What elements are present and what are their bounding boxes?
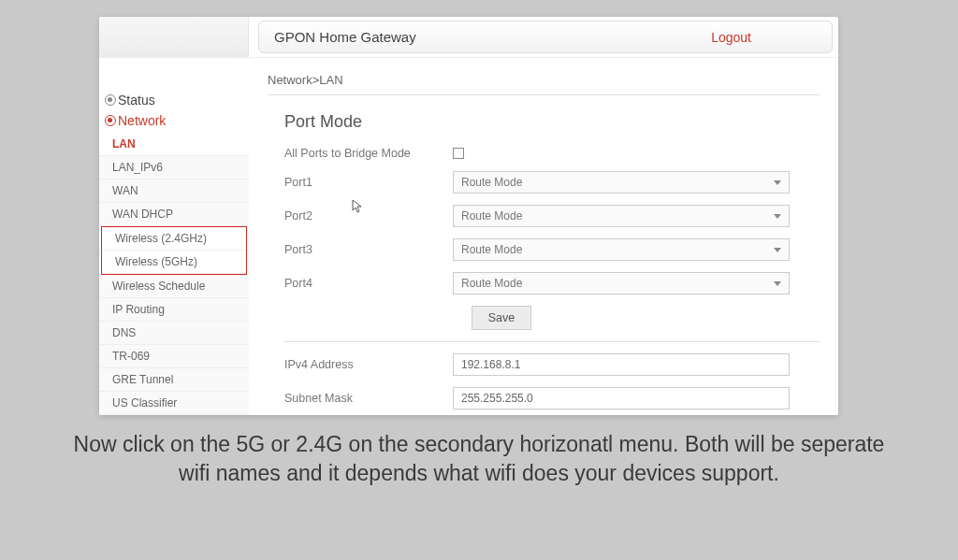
sidebar-item-ip-routing[interactable]: IP Routing (99, 298, 249, 322)
select-value: Route Mode (461, 176, 522, 189)
row-port1: Port1 Route Mode (284, 171, 820, 194)
label-port1: Port1 (284, 176, 453, 189)
row-bridge-mode: All Ports to Bridge Mode (284, 147, 820, 160)
label-bridge-mode: All Ports to Bridge Mode (284, 147, 453, 160)
gateway-window: GPON Home Gateway Logout Status Network … (99, 17, 838, 415)
section-divider (284, 341, 820, 342)
sidebar-top-status[interactable]: Status (99, 90, 249, 110)
input-value: 192.168.8.1 (461, 358, 520, 371)
select-port3[interactable]: Route Mode (453, 238, 790, 261)
sidebar-top-network[interactable]: Network (99, 110, 249, 131)
sidebar-top-label: Status (118, 93, 155, 108)
checkbox-bridge-mode[interactable] (453, 148, 464, 159)
save-button[interactable]: Save (472, 306, 531, 330)
label-port4: Port4 (284, 277, 453, 290)
sidebar-item-dns[interactable]: DNS (99, 322, 249, 345)
tutorial-caption: Now click on the 5G or 2.4G on the secon… (26, 430, 932, 488)
title-bar: GPON Home Gateway Logout (258, 21, 833, 53)
sidebar-item-tr069[interactable]: TR-069 (99, 345, 249, 368)
label-port3: Port3 (284, 243, 453, 256)
label-subnet: Subnet Mask (284, 392, 453, 405)
logout-link[interactable]: Logout (711, 30, 751, 45)
sidebar-item-wireless-5ghz[interactable]: Wireless (5GHz) (102, 251, 246, 274)
select-port2[interactable]: Route Mode (453, 205, 790, 227)
row-ipv4: IPv4 Address 192.168.8.1 (284, 353, 820, 376)
sidebar-item-wan[interactable]: WAN (99, 179, 249, 203)
content-area: Network>LAN Port Mode All Ports to Bridg… (249, 58, 838, 415)
select-value: Route Mode (461, 209, 522, 223)
label-port2: Port2 (284, 209, 453, 223)
row-port3: Port3 Route Mode (284, 238, 820, 261)
sidebar: Status Network LAN LAN_IPv6 WAN WAN DHCP… (99, 58, 249, 415)
top-bar: GPON Home Gateway Logout (99, 17, 838, 58)
sidebar-item-lan[interactable]: LAN (99, 133, 249, 156)
row-port4: Port4 Route Mode (284, 272, 820, 294)
sidebar-item-wan-dhcp[interactable]: WAN DHCP (99, 203, 249, 226)
sidebar-sublist: LAN LAN_IPv6 WAN WAN DHCP Wireless (2.4G… (99, 133, 249, 415)
app-title: GPON Home Gateway (274, 29, 416, 45)
sidebar-item-lan-ipv6[interactable]: LAN_IPv6 (99, 156, 249, 179)
radio-icon (105, 115, 116, 126)
row-port2: Port2 Route Mode (284, 205, 820, 227)
wireless-highlight-box: Wireless (2.4GHz) Wireless (5GHz) (101, 226, 247, 275)
row-subnet: Subnet Mask 255.255.255.0 (284, 387, 820, 409)
select-port4[interactable]: Route Mode (453, 272, 790, 294)
input-ipv4[interactable]: 192.168.8.1 (453, 353, 790, 376)
sidebar-item-gre-tunnel[interactable]: GRE Tunnel (99, 368, 249, 392)
logo-area (99, 17, 249, 57)
sidebar-item-wireless-schedule[interactable]: Wireless Schedule (99, 275, 249, 298)
section-title-port-mode: Port Mode (284, 112, 820, 132)
select-value: Route Mode (461, 243, 522, 256)
label-ipv4: IPv4 Address (284, 358, 453, 371)
sidebar-item-us-classifier[interactable]: US Classifier (99, 392, 249, 415)
select-value: Route Mode (461, 277, 522, 290)
sidebar-top-label: Network (118, 113, 166, 128)
sidebar-item-wireless-24ghz[interactable]: Wireless (2.4GHz) (102, 227, 246, 251)
input-subnet[interactable]: 255.255.255.0 (453, 387, 790, 409)
tutorial-frame: GPON Home Gateway Logout Status Network … (26, 11, 932, 537)
input-value: 255.255.255.0 (461, 392, 533, 405)
select-port1[interactable]: Route Mode (453, 171, 790, 194)
breadcrumb: Network>LAN (268, 67, 820, 95)
radio-icon (105, 94, 116, 106)
